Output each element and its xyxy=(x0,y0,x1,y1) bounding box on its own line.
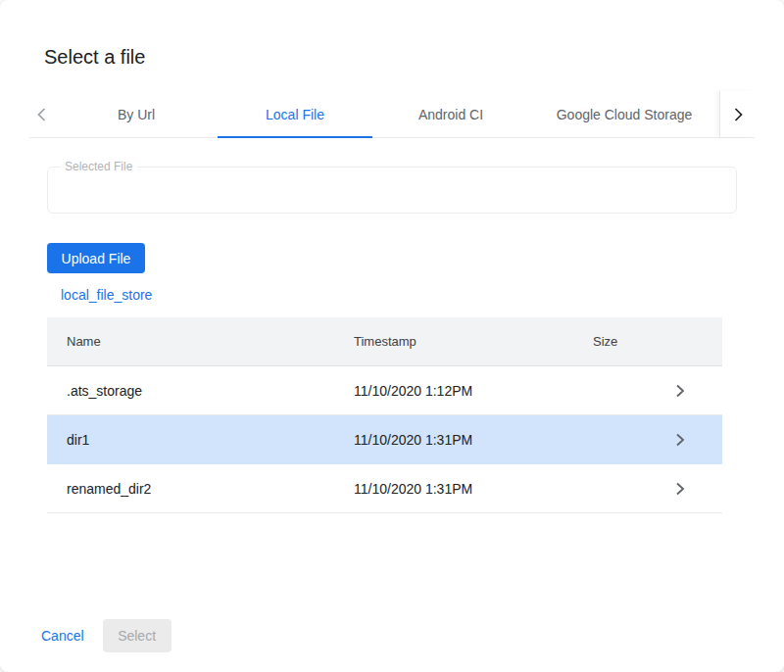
table-row[interactable]: .ats_storage 11/10/2020 1:12PM xyxy=(47,366,722,415)
dialog-actions: Cancel Select xyxy=(41,619,784,652)
table-row-selected[interactable]: dir1 11/10/2020 1:31PM xyxy=(47,415,722,464)
cancel-button[interactable]: Cancel xyxy=(41,620,84,651)
chevron-right-icon[interactable] xyxy=(673,433,722,447)
tabs-scroll-right-button[interactable] xyxy=(719,91,755,137)
select-button[interactable]: Select xyxy=(103,619,172,652)
table-header-row: Name Timestamp Size xyxy=(47,317,722,366)
dialog-title: Select a file xyxy=(0,0,784,69)
chevron-right-icon xyxy=(730,107,746,122)
tab-google-cloud-storage[interactable]: Google Cloud Storage xyxy=(529,91,719,137)
tab-label: By Url xyxy=(118,107,155,122)
local-file-store-link[interactable]: local_file_store xyxy=(61,287,152,303)
table-row[interactable]: renamed_dir2 11/10/2020 1:31PM xyxy=(47,464,722,513)
file-name: .ats_storage xyxy=(67,383,354,399)
tab-label: Android CI xyxy=(418,107,483,122)
chevron-right-icon[interactable] xyxy=(673,482,722,496)
tab-label: Google Cloud Storage xyxy=(557,107,693,122)
chevron-right-icon[interactable] xyxy=(673,384,722,398)
file-timestamp: 11/10/2020 1:12PM xyxy=(354,383,593,399)
file-timestamp: 11/10/2020 1:31PM xyxy=(354,432,593,448)
selected-file-field: Selected File xyxy=(47,167,737,214)
selected-file-label: Selected File xyxy=(60,160,137,173)
file-name: renamed_dir2 xyxy=(67,481,354,497)
tab-bar: By Url Local File Android CI Google Clou… xyxy=(29,91,755,138)
file-table: Name Timestamp Size .ats_storage 11/10/2… xyxy=(47,317,722,513)
select-file-dialog: Select a file By Url Local File Android … xyxy=(0,0,784,672)
tab-by-url[interactable]: By Url xyxy=(55,91,218,137)
chevron-left-icon xyxy=(34,107,50,122)
tab-local-file[interactable]: Local File xyxy=(218,91,372,137)
tab-list: By Url Local File Android CI Google Clou… xyxy=(55,91,719,137)
upload-file-button[interactable]: Upload File xyxy=(47,243,145,273)
tabs-scroll-left-button[interactable] xyxy=(29,91,55,137)
tab-label: Local File xyxy=(266,107,324,122)
selected-file-input[interactable] xyxy=(48,168,736,213)
file-timestamp: 11/10/2020 1:31PM xyxy=(354,481,593,497)
column-header-size: Size xyxy=(593,334,673,349)
file-name: dir1 xyxy=(67,432,354,448)
column-header-timestamp: Timestamp xyxy=(354,334,593,349)
tab-android-ci[interactable]: Android CI xyxy=(372,91,529,137)
column-header-name: Name xyxy=(67,334,354,349)
